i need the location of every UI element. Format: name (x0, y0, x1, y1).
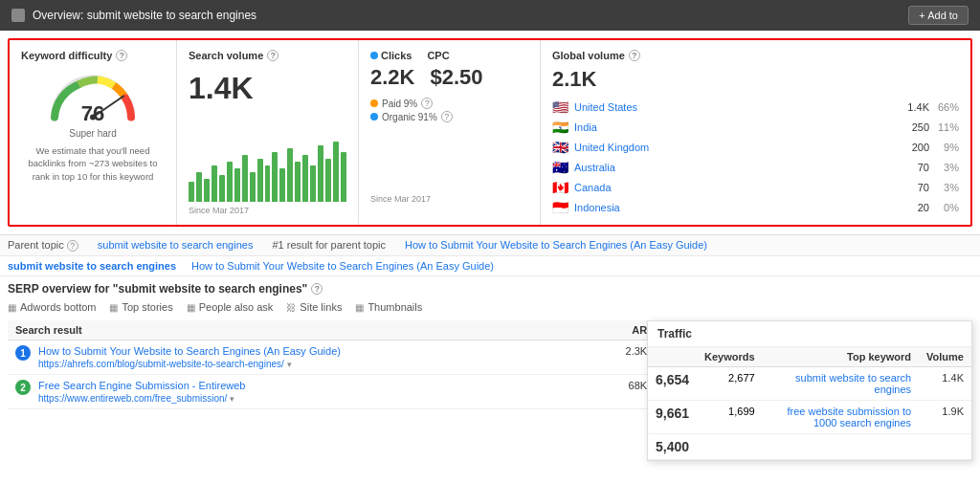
result-1-title[interactable]: How to Submit Your Website to Search Eng… (38, 345, 341, 357)
traffic-topkw-link-2[interactable]: free website submission to 1000 search e… (787, 406, 911, 428)
country-vol-id: 20 (901, 202, 929, 213)
filter-top-stories[interactable]: ▦ Top stories (109, 301, 172, 313)
people-ask-icon: ▦ (187, 302, 195, 313)
serp-filters: ▦ Adwords bottom ▦ Top stories ▦ People … (8, 301, 972, 313)
gv-value: 2.1K (552, 67, 959, 92)
bar (265, 165, 271, 203)
serp-help-icon[interactable]: ? (311, 283, 323, 295)
traffic-col-header (648, 347, 697, 367)
country-row-gb: 🇬🇧 United Kingdom 200 9% (552, 140, 959, 155)
traffic-header: Traffic (648, 321, 971, 347)
traffic-row-3: 5,400 (648, 434, 971, 460)
flag-gb: 🇬🇧 (552, 140, 568, 155)
clicks-since: Since Mar 2017 (370, 194, 528, 204)
sv-since: Since Mar 2017 (189, 206, 346, 215)
country-row-au: 🇦🇺 Australia 70 3% (552, 160, 959, 175)
traffic-row-1: 6,654 2,677 submit website to search eng… (648, 367, 971, 401)
serp-table-container: Search result AR DR UR Backlinks Domains… (8, 320, 972, 409)
traffic-topkw-1: submit website to search engines (763, 367, 919, 401)
paid-help-icon[interactable]: ? (421, 98, 433, 109)
top-stories-label: Top stories (122, 301, 172, 313)
country-pct-au: 3% (935, 162, 959, 173)
result-1-content: 1 How to Submit Your Website to Search E… (15, 345, 584, 369)
kd-help-icon[interactable]: ? (116, 50, 127, 61)
sv-title: Search volume ? (189, 50, 346, 61)
traffic-panel: Traffic Keywords Top keyword Volume (647, 320, 972, 461)
add-to-button[interactable]: + Add to (908, 6, 969, 25)
filter-thumbnails[interactable]: ▦ Thumbnails (355, 301, 422, 313)
traffic-topkw-link-1[interactable]: submit website to search engines (795, 372, 911, 395)
kd-description: We estimate that you'll need backlinks f… (21, 144, 165, 183)
col-search-result: Search result (8, 320, 591, 340)
traffic-vol-1: 1.4K (919, 367, 971, 401)
top-stories-icon: ▦ (109, 302, 118, 313)
flag-ca: 🇨🇦 (552, 180, 568, 195)
traffic-vol-2: 1.9K (919, 401, 971, 434)
traffic-num-2: 9,661 (648, 401, 697, 434)
bar (333, 142, 339, 202)
clicks-values: 2.2K $2.50 (370, 65, 528, 90)
result-1-text: How to Submit Your Website to Search Eng… (38, 345, 341, 369)
bar (219, 175, 225, 202)
organic-help-icon[interactable]: ? (441, 111, 453, 122)
cpc-value: $2.50 (430, 65, 482, 90)
bar (318, 145, 323, 203)
result-2-url[interactable]: https://www.entireweb.com/free_submissio… (38, 393, 245, 404)
country-name-in[interactable]: India (574, 121, 895, 133)
sv-help-icon[interactable]: ? (267, 50, 278, 61)
result-2-content: 2 Free Search Engine Submission - Entire… (15, 380, 584, 404)
traffic-vol-header: Volume (919, 347, 971, 367)
keyword-difficulty-panel: Keyword difficulty ? (10, 40, 177, 225)
result1-link[interactable]: How to Submit Your Website to Search Eng… (405, 239, 707, 252)
country-pct-id: 0% (935, 202, 959, 213)
thumbnails-icon: ▦ (355, 302, 364, 313)
parent-topic-row: Parent topic ? submit website to search … (0, 234, 980, 255)
bar (272, 152, 278, 203)
traffic-value-1: 6,654 (656, 372, 689, 387)
kd-title: Keyword difficulty ? (21, 50, 165, 61)
flag-au: 🇦🇺 (552, 160, 568, 175)
bar (234, 168, 240, 202)
country-pct-gb: 9% (935, 142, 959, 153)
traffic-topkw-2: free website submission to 1000 search e… (763, 401, 919, 434)
parent-topic-label: Parent topic ? (8, 239, 78, 252)
parent-topic-link[interactable]: submit website to search engines (98, 239, 254, 252)
country-pct-us: 66% (935, 101, 959, 113)
parent-topic-help-icon[interactable]: ? (67, 240, 78, 252)
adwords-icon: ▦ (8, 302, 16, 313)
search-volume-panel: Search volume ? 1.4K (177, 40, 359, 225)
bar (310, 165, 316, 203)
bar (250, 172, 256, 203)
result-1-url[interactable]: https://ahrefs.com/blog/submit-website-t… (38, 359, 341, 369)
page-title: Overview: submit website to search engin… (33, 9, 256, 22)
country-name-id[interactable]: Indonesia (574, 202, 895, 213)
country-name-us[interactable]: United States (574, 101, 895, 113)
gv-help-icon[interactable]: ? (629, 50, 640, 61)
country-name-ca[interactable]: Canada (574, 182, 895, 193)
traffic-topkw-3 (763, 434, 919, 460)
people-ask-label: People also ask (199, 301, 274, 313)
filter-site-links[interactable]: ⛓ Site links (286, 301, 342, 313)
tab-submit-website[interactable]: submit website to search engines (8, 260, 176, 272)
result-2-text: Free Search Engine Submission - Entirewe… (38, 380, 245, 404)
flag-in: 🇮🇳 (552, 120, 568, 135)
traffic-vol-3 (919, 434, 971, 460)
main-content: Keyword difficulty ? (0, 31, 980, 483)
keyword-tabs: submit website to search engines How to … (0, 255, 980, 275)
bar (341, 152, 346, 203)
result1-label: #1 result for parent topic (272, 239, 386, 252)
traffic-topkw-header: Top keyword (763, 347, 919, 367)
filter-adwords-bottom[interactable]: ▦ Adwords bottom (8, 301, 96, 313)
legend-items: Paid 9% ? Organic 91% ? (370, 98, 528, 122)
filter-people-also-ask[interactable]: ▦ People also ask (187, 301, 274, 313)
overview-icon (11, 9, 25, 22)
traffic-keywords-1: 2,677 (697, 367, 763, 401)
title-bar: Overview: submit website to search engin… (0, 0, 980, 31)
tab-how-to-submit[interactable]: How to Submit Your Website to Search Eng… (191, 260, 494, 272)
sv-value: 1.4K (189, 71, 346, 106)
country-name-au[interactable]: Australia (574, 162, 895, 173)
result-2-title[interactable]: Free Search Engine Submission - Entirewe… (38, 380, 245, 391)
country-name-gb[interactable]: United Kingdom (574, 142, 895, 153)
traffic-value-3: 5,400 (656, 439, 689, 454)
bar (196, 172, 202, 203)
